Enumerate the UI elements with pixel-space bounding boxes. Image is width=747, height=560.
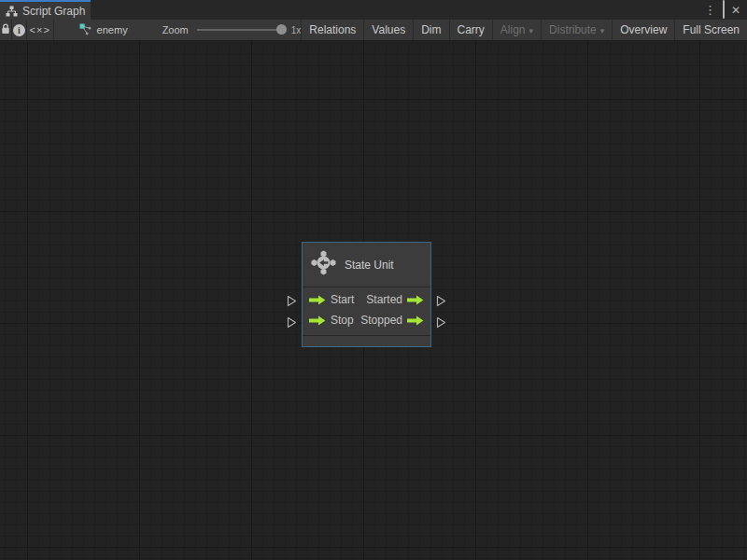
script-graph-window: Script Graph ⋮ ✕ i <×> <box>0 0 747 560</box>
graph-node-icon <box>79 23 92 37</box>
zoom-slider[interactable] <box>197 29 284 31</box>
node-footer <box>303 335 430 346</box>
output-port-started[interactable]: Started <box>366 293 424 306</box>
info-button[interactable]: i <box>12 20 27 40</box>
tab-script-graph[interactable]: Script Graph <box>0 0 91 20</box>
lock-icon <box>0 22 11 38</box>
graph-name-label: enemy <box>97 24 128 35</box>
code-preview-toggle[interactable]: <×> <box>27 20 54 40</box>
relations-button[interactable]: Relations <box>301 20 363 40</box>
dim-button[interactable]: Dim <box>413 20 448 40</box>
close-icon[interactable]: ✕ <box>731 5 740 16</box>
toolbar-buttons: Relations Values Dim Carry Align ▾ Distr… <box>301 20 747 40</box>
maximize-button[interactable] <box>723 2 725 19</box>
node-header[interactable]: State Unit <box>303 243 430 287</box>
titlebar: Script Graph ⋮ ✕ <box>0 0 747 20</box>
graph-hierarchy-icon <box>6 6 18 17</box>
lock-button[interactable] <box>0 20 12 40</box>
node-title: State Unit <box>345 259 394 272</box>
tab-title: Script Graph <box>22 5 85 18</box>
zoom-slider-handle[interactable] <box>276 24 287 35</box>
input-port-start[interactable]: Start <box>309 293 354 306</box>
flow-arrow-icon <box>309 315 326 326</box>
window-menu-icon[interactable]: ⋮ <box>704 4 716 16</box>
external-connector-icon[interactable] <box>287 295 297 307</box>
state-unit-node[interactable]: State Unit Start Started <box>302 242 431 347</box>
port-row: Start Started <box>303 289 430 310</box>
fullscreen-button[interactable]: Full Screen <box>674 20 747 40</box>
flow-arrow-icon <box>309 295 326 305</box>
zoom-control: Zoom 1x <box>162 24 302 35</box>
align-dropdown: Align ▾ <box>492 20 541 40</box>
output-port-stopped[interactable]: Stopped <box>360 314 424 327</box>
port-row: Stop Stopped <box>303 310 430 330</box>
flow-arrow-icon <box>407 295 424 305</box>
distribute-dropdown: Distribute ▾ <box>541 20 612 40</box>
values-button[interactable]: Values <box>363 20 413 40</box>
code-preview-label: <×> <box>30 24 50 35</box>
external-connector-icon[interactable] <box>287 316 297 329</box>
state-unit-icon <box>311 250 336 279</box>
graph-toolbar: i <×> enemy Zoom 1x Relations <box>0 20 747 41</box>
graph-reference[interactable]: enemy <box>79 23 128 37</box>
chevron-down-icon: ▾ <box>600 26 605 35</box>
graph-canvas[interactable]: State Unit Start Started <box>0 41 747 560</box>
flow-arrow-icon <box>407 315 424 326</box>
external-connector-icon[interactable] <box>436 295 446 307</box>
carry-button[interactable]: Carry <box>449 20 492 40</box>
info-icon: i <box>13 24 25 36</box>
zoom-value: 1x <box>291 25 302 35</box>
chevron-down-icon: ▾ <box>529 26 534 35</box>
node-ports: Start Started Stop <box>303 287 430 330</box>
window-controls: ⋮ ✕ <box>704 0 747 20</box>
maximize-icon <box>723 0 725 19</box>
input-port-stop[interactable]: Stop <box>309 314 354 327</box>
external-connector-icon[interactable] <box>436 316 446 329</box>
overview-button[interactable]: Overview <box>612 20 674 40</box>
zoom-label: Zoom <box>162 24 189 35</box>
